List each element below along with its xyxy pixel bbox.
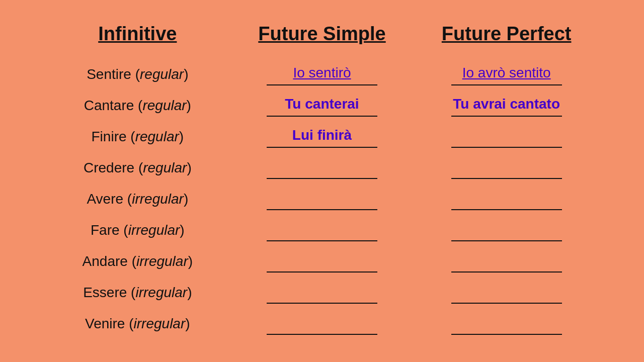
list-item bbox=[414, 152, 599, 184]
list-item: Finire (regular) bbox=[45, 121, 230, 152]
list-item bbox=[230, 308, 415, 339]
list-item bbox=[414, 184, 599, 215]
col3-header: Future Perfect bbox=[414, 23, 599, 49]
col1-header: Infinitive bbox=[45, 23, 230, 49]
list-item bbox=[414, 246, 599, 277]
list-item bbox=[230, 184, 415, 215]
list-item bbox=[414, 121, 599, 152]
main-container: Infinitive Sentire (regular)Cantare (reg… bbox=[25, 13, 619, 349]
list-item: Andare (irregular) bbox=[45, 246, 230, 277]
list-item: Sentire (regular) bbox=[45, 59, 230, 90]
col2: Future Simple Io sentiròTu canteraiLui f… bbox=[230, 23, 415, 339]
col3-body: Io avrò sentitoTu avrai cantato bbox=[414, 59, 599, 339]
list-item: Cantare (regular) bbox=[45, 90, 230, 121]
col3: Future Perfect Io avrò sentitoTu avrai c… bbox=[414, 23, 599, 339]
col1-body: Sentire (regular)Cantare (regular)Finire… bbox=[45, 59, 230, 339]
grid-layout: Infinitive Sentire (regular)Cantare (reg… bbox=[45, 23, 599, 339]
list-item: Venire (irregular) bbox=[45, 308, 230, 339]
list-item bbox=[230, 246, 415, 277]
list-item: Essere (irregular) bbox=[45, 277, 230, 308]
list-item: Io sentirò bbox=[230, 59, 415, 90]
list-item: Io avrò sentito bbox=[414, 59, 599, 90]
list-item: Tu avrai cantato bbox=[414, 90, 599, 121]
col2-header: Future Simple bbox=[230, 23, 415, 49]
list-item: Tu canterai bbox=[230, 90, 415, 121]
list-item bbox=[414, 308, 599, 339]
list-item bbox=[414, 277, 599, 308]
list-item bbox=[230, 152, 415, 184]
col2-body: Io sentiròTu canteraiLui finirà bbox=[230, 59, 415, 339]
list-item: Credere (regular) bbox=[45, 152, 230, 184]
list-item bbox=[414, 215, 599, 246]
list-item: Avere (irregular) bbox=[45, 184, 230, 215]
list-item: Lui finirà bbox=[230, 121, 415, 152]
col1: Infinitive Sentire (regular)Cantare (reg… bbox=[45, 23, 230, 339]
list-item: Fare (irregular) bbox=[45, 215, 230, 246]
list-item bbox=[230, 277, 415, 308]
list-item bbox=[230, 215, 415, 246]
